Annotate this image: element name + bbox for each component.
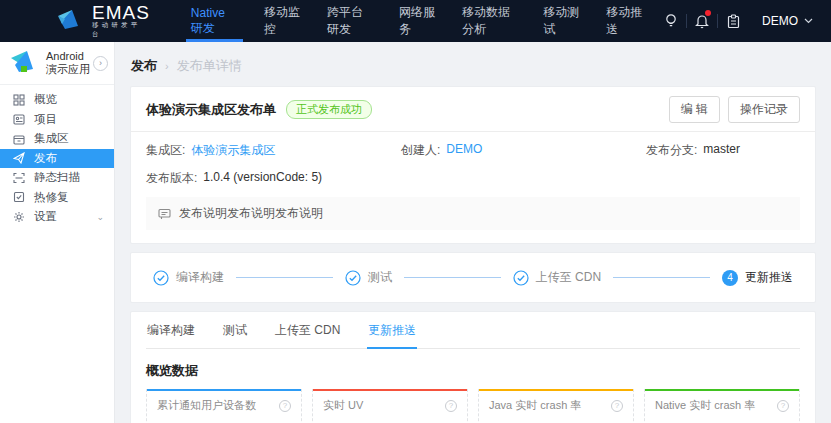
- stat-card-java-crash: Java 实时 crash 率 ? 0.09%: [478, 389, 634, 423]
- step-label: 编译构建: [176, 269, 224, 286]
- stat-label: 实时 UV: [323, 398, 363, 413]
- field-label: 集成区:: [146, 142, 185, 159]
- field-creator: 创建人: DEMO: [401, 142, 646, 159]
- help-icon[interactable]: ?: [445, 400, 457, 412]
- accent-bar: [479, 389, 633, 391]
- sidebar-item-integration[interactable]: 集成区: [0, 129, 114, 149]
- gear-icon: [13, 211, 25, 223]
- sidebar-menu: 概览 项目 集成区 发布: [0, 85, 114, 227]
- chevron-down-icon: ⌄: [96, 212, 104, 222]
- stat-card-native-crash: Native 实时 crash 率 ? 0.13%: [644, 389, 800, 423]
- step-number-badge: 4: [722, 270, 738, 286]
- field-label: 发布版本:: [146, 170, 197, 187]
- app-switcher[interactable]: Android演示应用 ›: [0, 42, 114, 85]
- logo-title: EMAS: [92, 4, 150, 21]
- field-branch: 发布分支: master: [646, 142, 800, 159]
- overview-title: 概览数据: [146, 362, 800, 380]
- scan-icon: [13, 172, 25, 184]
- tab-upload-cdn[interactable]: 上传至 CDN: [274, 312, 341, 348]
- send-icon: [13, 152, 25, 164]
- sidebar-item-release[interactable]: 发布: [0, 149, 114, 169]
- step-label: 测试: [368, 269, 392, 286]
- app-name: Android演示应用: [46, 50, 93, 76]
- sidebar: Android演示应用 › 概览 项目 集成区: [0, 42, 115, 423]
- notification-dot: [705, 10, 711, 16]
- tab-test[interactable]: 测试: [222, 312, 248, 348]
- version-value: 1.0.4 (versionCode: 5): [203, 170, 322, 187]
- detail-tabs-card: 编译构建 测试 上传至 CDN 更新推送 概览数据 累计通知用户设备数 ? 1,…: [130, 311, 816, 423]
- accent-bar: [645, 389, 799, 391]
- sidebar-item-label: 概览: [34, 92, 57, 107]
- collapse-arrow-icon[interactable]: ›: [93, 56, 108, 71]
- breadcrumb-detail: 发布单详情: [177, 57, 242, 75]
- tab-update-push[interactable]: 更新推送: [367, 312, 417, 348]
- step-label: 更新推送: [745, 269, 793, 286]
- nav-item-network[interactable]: 网络服务: [386, 0, 449, 42]
- nav-item-crossplatform[interactable]: 跨平台研发: [314, 0, 386, 42]
- release-fields: 集成区: 体验演示集成区 创建人: DEMO 发布分支: master 发布版本…: [131, 132, 815, 197]
- step-upload-cdn: 上传至 CDN: [513, 269, 601, 286]
- release-note: 发布说明发布说明发布说明: [146, 197, 800, 230]
- edit-button[interactable]: 编 辑: [669, 96, 720, 123]
- field-label: 发布分支:: [646, 142, 697, 159]
- operation-log-button[interactable]: 操作记录: [728, 96, 800, 123]
- tab-bar: 编译构建 测试 上传至 CDN 更新推送: [146, 312, 800, 349]
- release-note-text: 发布说明发布说明发布说明: [179, 205, 323, 222]
- step-connector: [236, 277, 333, 278]
- sidebar-item-label: 集成区: [34, 131, 69, 146]
- navbar-right: DEMO: [656, 13, 813, 29]
- clipboard-icon[interactable]: [718, 14, 748, 29]
- branch-value: master: [703, 142, 740, 159]
- emas-logo[interactable]: EMAS 移动研发平台: [56, 4, 150, 39]
- step-build: 编译构建: [153, 269, 224, 286]
- stat-label: 累计通知用户设备数: [157, 398, 256, 413]
- stat-card-devices: 累计通知用户设备数 ? 1,058: [146, 389, 302, 423]
- step-label: 上传至 CDN: [536, 269, 601, 286]
- user-menu[interactable]: DEMO: [762, 14, 813, 28]
- lightbulb-icon[interactable]: [656, 13, 686, 29]
- nav-item-monitor[interactable]: 移动监控: [251, 0, 314, 42]
- box-icon: [13, 133, 25, 145]
- emas-logo-icon: [56, 8, 86, 34]
- patch-icon: [13, 191, 25, 203]
- main-content: 发布 › 发布单详情 体验演示集成区发布单 正式发布成功 编 辑 操作记录 集成…: [115, 42, 831, 423]
- step-connector: [613, 277, 710, 278]
- sidebar-item-static-scan[interactable]: 静态扫描: [0, 168, 114, 188]
- creator-link[interactable]: DEMO: [446, 142, 482, 159]
- check-circle-icon: [153, 270, 169, 286]
- sidebar-item-label: 项目: [34, 112, 57, 127]
- sidebar-item-settings[interactable]: 设置 ⌄: [0, 207, 114, 227]
- stat-label: Java 实时 crash 率: [489, 398, 581, 413]
- release-detail-card: 体验演示集成区发布单 正式发布成功 编 辑 操作记录 集成区: 体验演示集成区 …: [130, 86, 816, 244]
- help-icon[interactable]: ?: [777, 400, 789, 412]
- detail-header: 体验演示集成区发布单 正式发布成功 编 辑 操作记录: [131, 87, 815, 132]
- breadcrumb-release[interactable]: 发布: [131, 57, 157, 75]
- nav-item-analytics[interactable]: 移动数据分析: [449, 0, 530, 42]
- breadcrumb-separator: ›: [165, 60, 169, 72]
- tab-build[interactable]: 编译构建: [146, 312, 196, 348]
- field-label: 创建人:: [401, 142, 440, 159]
- sidebar-item-label: 静态扫描: [34, 170, 80, 185]
- user-name: DEMO: [762, 14, 798, 28]
- chevron-down-icon: [804, 18, 813, 24]
- stat-label: Native 实时 crash 率: [655, 398, 755, 413]
- stat-card-uv: 实时 UV ? 160: [312, 389, 468, 423]
- field-integration-zone: 集成区: 体验演示集成区: [146, 142, 401, 159]
- field-version: 发布版本: 1.0.4 (versionCode: 5): [146, 170, 401, 187]
- breadcrumb: 发布 › 发布单详情: [130, 42, 816, 86]
- top-nav-menu: Native 研发 移动监控 跨平台研发 网络服务 移动数据分析 移动测试 移动…: [178, 0, 656, 42]
- bell-icon[interactable]: [687, 13, 717, 29]
- sidebar-item-project[interactable]: 项目: [0, 110, 114, 130]
- sidebar-item-overview[interactable]: 概览: [0, 90, 114, 110]
- help-icon[interactable]: ?: [611, 400, 623, 412]
- integration-zone-link[interactable]: 体验演示集成区: [191, 142, 275, 159]
- step-update-push: 4 更新推送: [722, 269, 793, 286]
- sidebar-item-hotfix[interactable]: 热修复: [0, 188, 114, 208]
- sidebar-item-label: 发布: [34, 151, 57, 166]
- nav-item-testing[interactable]: 移动测试: [530, 0, 593, 42]
- nav-item-native[interactable]: Native 研发: [178, 0, 251, 42]
- help-icon[interactable]: ?: [279, 400, 291, 412]
- nav-item-push[interactable]: 移动推送: [593, 0, 656, 42]
- release-title: 体验演示集成区发布单: [146, 101, 276, 119]
- status-badge: 正式发布成功: [286, 100, 372, 119]
